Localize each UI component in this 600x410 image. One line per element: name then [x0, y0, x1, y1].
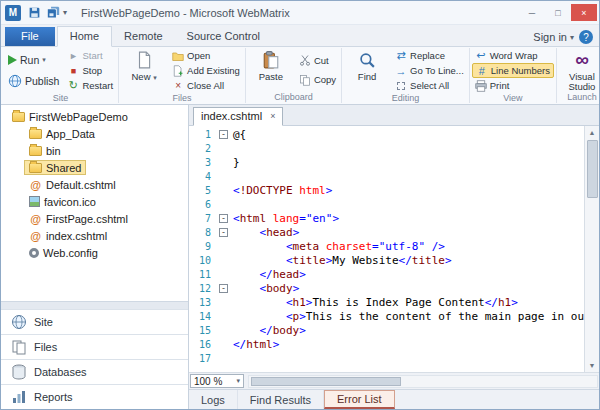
code-segment: >	[332, 212, 339, 225]
maximize-button[interactable]: □	[545, 4, 571, 21]
stop-icon: ■	[67, 65, 79, 77]
vertical-scrollbar[interactable]: ▲ ▼	[584, 126, 599, 372]
start-button[interactable]: ► Start	[64, 48, 116, 63]
select-all-button[interactable]: Select All	[392, 78, 467, 93]
tab-file[interactable]: File	[5, 27, 55, 46]
print-button[interactable]: Print	[472, 78, 554, 93]
horizontal-scroll-thumb[interactable]	[251, 377, 401, 386]
visual-studio-label: Visual Studio	[560, 72, 599, 92]
code-line[interactable]: <meta charset="utf-8" />	[233, 240, 584, 254]
code-line[interactable]: - <head>	[233, 226, 584, 240]
word-wrap-button[interactable]: ↩ Word Wrap	[472, 48, 554, 63]
code-lines[interactable]: -@{}<!DOCTYPE html>-<html lang="en">- <h…	[215, 126, 584, 372]
tab-error-list[interactable]: Error List	[324, 390, 395, 409]
tree-item-app-data[interactable]: App_Data	[1, 125, 188, 142]
go-to-line-button[interactable]: → Go To Line...	[392, 63, 467, 78]
tree-item-favicon-ico[interactable]: favicon.ico	[1, 193, 188, 210]
add-existing-button[interactable]: Add Existing	[169, 63, 243, 78]
code-line[interactable]: -@{	[233, 128, 584, 142]
tab-home[interactable]: Home	[57, 26, 112, 47]
run-button[interactable]: Run ▾	[5, 51, 62, 69]
find-button[interactable]: Find	[344, 48, 390, 93]
fold-toggle-icon[interactable]: -	[219, 130, 228, 139]
restart-button[interactable]: ↻ Restart	[64, 78, 116, 93]
workspace-files[interactable]: Files	[1, 334, 188, 359]
stop-button[interactable]: ■ Stop	[64, 63, 116, 78]
fold-toggle-icon[interactable]: -	[219, 228, 228, 237]
fold-toggle-icon[interactable]: -	[219, 214, 228, 223]
tree-item-firstwebpagedemo[interactable]: FirstWebPageDemo	[1, 108, 188, 125]
new-button[interactable]: New ▾	[121, 48, 167, 93]
line-number: 5	[189, 184, 215, 198]
code-line[interactable]	[233, 170, 584, 184]
paste-button[interactable]: Paste	[248, 48, 294, 92]
fold-toggle-icon[interactable]: -	[219, 284, 228, 293]
print-icon	[475, 80, 487, 92]
horizontal-scrollbar[interactable]	[248, 375, 598, 388]
tab-source-control[interactable]: Source Control	[175, 27, 272, 46]
close-all-button[interactable]: × Close All	[169, 78, 243, 93]
code-segment: </	[260, 268, 273, 281]
tree-item-index-cshtml[interactable]: @index.cshtml	[1, 227, 188, 244]
open-button[interactable]: Open	[169, 48, 243, 63]
quick-access-dropdown-icon[interactable]: ▾	[63, 8, 67, 17]
copy-button[interactable]: Copy	[296, 72, 339, 87]
minimize-button[interactable]: ─	[519, 4, 545, 21]
scroll-up-icon[interactable]: ▲	[585, 126, 599, 139]
code-line[interactable]	[233, 352, 584, 366]
tree-item-default-cshtml[interactable]: @Default.cshtml	[1, 176, 188, 193]
close-button[interactable]: ×	[571, 4, 597, 21]
code-line[interactable]: </head>	[233, 268, 584, 282]
new-label: New	[131, 71, 150, 82]
workspace-reports[interactable]: Reports	[1, 384, 188, 409]
help-icon[interactable]: ?	[579, 30, 593, 44]
file-tree: FirstWebPageDemoApp_DatabinShared@Defaul…	[1, 105, 188, 301]
tree-item-bin[interactable]: bin	[1, 142, 188, 159]
cut-scissors-icon	[299, 54, 311, 66]
code-line[interactable]: - <body>	[233, 282, 584, 296]
publish-button[interactable]: Publish	[5, 72, 62, 90]
editor-body: 1234567891011121314151617 -@{}<!DOCTYPE …	[189, 126, 599, 372]
code-line[interactable]: <!DOCTYPE html>	[233, 184, 584, 198]
tab-remote[interactable]: Remote	[112, 27, 175, 46]
ribbon-group-view: ↩ Word Wrap # Line Numbers Print View	[470, 48, 557, 103]
code-segment: <	[233, 212, 240, 225]
code-line[interactable]: }	[233, 156, 584, 170]
cut-button[interactable]: Cut	[296, 53, 339, 68]
tab-close-icon[interactable]: ×	[270, 111, 275, 121]
code-line[interactable]: <p>This is the content of the main page …	[233, 310, 584, 324]
tab-logs[interactable]: Logs	[189, 390, 238, 409]
workspace-databases[interactable]: Databases	[1, 359, 188, 384]
copy-label: Copy	[314, 74, 336, 85]
code-segment: >	[326, 184, 333, 197]
site-globe-icon	[11, 314, 27, 330]
cshtml-file-icon: @	[29, 213, 42, 225]
code-line[interactable]: </html>	[233, 338, 584, 352]
save-button[interactable]	[25, 4, 43, 22]
tree-item-shared[interactable]: Shared	[1, 159, 188, 176]
visual-studio-button[interactable]: ∞ Visual Studio	[559, 48, 599, 92]
code-line[interactable]: -<html lang="en">	[233, 212, 584, 226]
editor-tab-index-cshtml[interactable]: index.cshtml ×	[193, 107, 283, 126]
code-segment: <	[286, 310, 293, 323]
tree-item-web-config[interactable]: Web.config	[1, 244, 188, 261]
line-number: 14	[189, 310, 215, 324]
save-all-button[interactable]	[44, 4, 62, 22]
sign-in-button[interactable]: Sign in ▾	[533, 31, 574, 43]
workspace-switcher: Site Files Databases Reports	[1, 301, 188, 409]
code-line[interactable]	[233, 142, 584, 156]
workspace-site[interactable]: Site	[1, 309, 188, 334]
replace-button[interactable]: ⇄ Replace	[392, 48, 467, 63]
code-line[interactable]: <h1>This is Index Page Content</h1>	[233, 296, 584, 310]
tab-find-results[interactable]: Find Results	[238, 390, 324, 409]
code-line[interactable]: </body>	[233, 324, 584, 338]
zoom-control[interactable]: 100 % ▾	[190, 374, 244, 388]
select-all-label: Select All	[410, 80, 449, 91]
tree-item-label: FirstWebPageDemo	[29, 111, 128, 123]
vertical-scroll-thumb[interactable]	[587, 140, 598, 198]
tree-item-firstpage-cshtml[interactable]: @FirstPage.cshtml	[1, 210, 188, 227]
code-line[interactable]: <title>My Website</title>	[233, 254, 584, 268]
scroll-down-icon[interactable]: ▼	[585, 359, 599, 372]
code-line[interactable]	[233, 198, 584, 212]
line-numbers-button[interactable]: # Line Numbers	[472, 63, 554, 78]
